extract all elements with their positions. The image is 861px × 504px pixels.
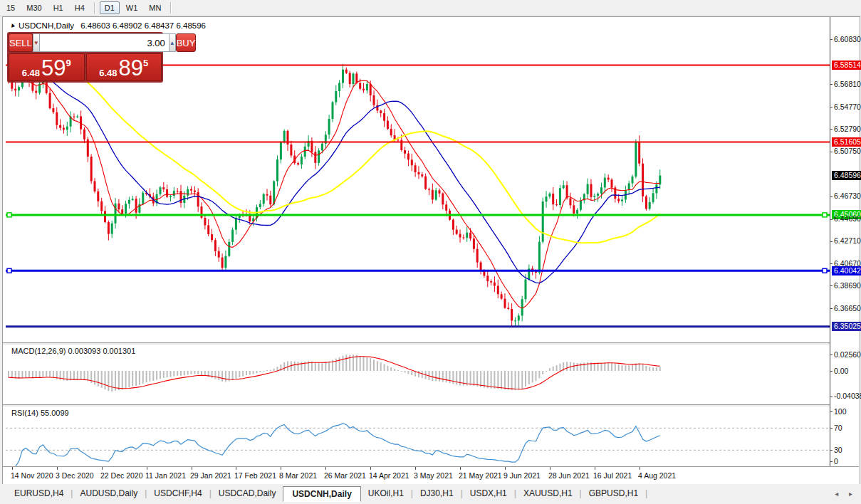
axis-tick-mark (830, 450, 833, 451)
date-tick-mark (281, 467, 281, 470)
volume-increase-button[interactable]: ▲ (169, 33, 176, 52)
date-label: 26 Mar 2021 (324, 471, 366, 480)
arrow-up-icon: ▲ (169, 40, 175, 46)
sell-price-display[interactable]: 6.48 59 9 (9, 53, 85, 81)
chart-tab-xauusd[interactable]: XAUUSD,H1 (516, 486, 580, 500)
axis-tick-mark (830, 411, 833, 412)
date-tick-mark (550, 467, 550, 470)
macd-tick-label: 0.00 (834, 367, 848, 376)
rsi-tick-label: 30 (834, 446, 842, 455)
chart-title: USDCNH,Daily 6.48603 6.48902 6.48437 6.4… (19, 21, 206, 30)
chart-ohlc-values: 6.48603 6.48902 6.48437 6.48596 (80, 21, 206, 30)
date-label: 8 Mar 2021 (279, 471, 317, 480)
toolbar-separator (94, 2, 95, 14)
axis-tick-mark (830, 196, 833, 197)
arrow-down-icon: ▼ (33, 40, 39, 46)
timeframe-button-m30[interactable]: M30 (21, 1, 46, 14)
date-tick-mark (102, 467, 103, 470)
axis-tick-mark (830, 241, 833, 242)
timeframe-button-h4[interactable]: H4 (70, 1, 90, 14)
axis-tick-mark (830, 428, 833, 429)
macd-tick-label: 0.025609 (834, 350, 861, 359)
chart-tab-dj30[interactable]: DJ30,H1 (413, 486, 461, 500)
rsi-svg (6, 406, 830, 466)
chart-tab-bar: EURUSD,H4|AUDUSD,Daily|USDCHF,H4|USDCAD,… (0, 484, 861, 504)
date-tick-mark (192, 467, 192, 470)
tab-scroll-arrows[interactable]: ◂ ▸ (835, 490, 857, 498)
buy-price-sup: 5 (143, 58, 148, 68)
axis-tick-mark (830, 263, 833, 264)
timeframe-button-w1[interactable]: W1 (121, 1, 143, 14)
date-label: 9 Jun 2021 (503, 471, 541, 480)
date-label: 29 Jan 2021 (190, 471, 231, 480)
date-label: 21 May 2021 (459, 471, 502, 480)
current-price-label: 6.48596 (832, 171, 861, 180)
price-axis[interactable]: 6.608306.585146.568106.547706.527906.516… (830, 17, 860, 466)
date-label: 28 Jun 2021 (548, 471, 590, 480)
date-tick-mark (415, 467, 416, 470)
timeframe-toolbar: 15M30H1H4D1W1MN (0, 0, 861, 16)
date-tick-mark (505, 467, 506, 470)
price-tick-label: 6.52790 (834, 125, 861, 134)
chart-tab-audusd[interactable]: AUDUSD,Daily (73, 486, 145, 500)
axis-tick-mark (830, 84, 833, 85)
date-tick-mark (57, 467, 58, 470)
buy-button[interactable]: BUY (176, 33, 197, 52)
price-tick-label: 6.40042 (832, 266, 861, 275)
axis-tick-mark (830, 355, 833, 355)
macd-svg (6, 344, 830, 404)
chart-window: ▲ USDCNH,Daily 6.48603 6.48902 6.48437 6… (2, 16, 860, 485)
horizontal-level-lines[interactable] (6, 65, 830, 327)
timeframe-button-15[interactable]: 15 (1, 1, 20, 14)
price-tick-label: 6.44690 (834, 214, 861, 224)
date-label: 4 Aug 2021 (638, 471, 676, 480)
axis-tick-mark (830, 285, 833, 286)
moving-average-21 (9, 59, 660, 283)
chart-tab-gbpusd[interactable]: GBPUSD,H1 (582, 486, 645, 500)
price-tick-label: 6.46730 (834, 191, 861, 201)
chart-tab-eurusd[interactable]: EURUSD,H4 (7, 486, 71, 500)
sell-button[interactable]: SELL (9, 33, 33, 52)
chart-tab-usdcnh[interactable]: USDCNH,Daily (283, 486, 360, 502)
volume-decrease-button[interactable]: ▼ (33, 33, 40, 52)
axis-tick-mark (830, 219, 833, 220)
date-label: 22 Dec 2020 (100, 471, 143, 480)
axis-tick-mark (830, 107, 833, 107)
date-label: 3 Dec 2020 (56, 471, 94, 480)
price-tick-label: 6.58514 (832, 61, 861, 70)
chart-tab-usdchf[interactable]: USDCHF,H4 (147, 486, 209, 500)
date-axis[interactable]: 14 Nov 20203 Dec 202022 Dec 202011 Jan 2… (3, 467, 859, 483)
rsi-tick-label: 70 (834, 424, 842, 433)
price-tick-label: 6.54770 (834, 103, 861, 112)
axis-tick-mark (830, 308, 833, 309)
price-tick-label: 6.50750 (834, 147, 861, 156)
date-tick-mark (325, 467, 326, 470)
axis-tick-mark (830, 461, 833, 462)
chart-tab-usdcad[interactable]: USDCAD,Daily (212, 486, 283, 500)
date-tick-mark (370, 467, 371, 470)
sell-price-prefix: 6.48 (22, 68, 40, 78)
date-label: 14 Nov 2020 (11, 471, 53, 480)
buy-price-prefix: 6.48 (99, 68, 117, 78)
candles (8, 64, 662, 327)
timeframe-button-mn[interactable]: MN (144, 1, 166, 14)
date-tick-mark (147, 467, 147, 470)
axis-tick-mark (830, 129, 833, 130)
rsi-indicator-panel[interactable]: RSI(14) 55.0099 (6, 406, 830, 466)
timeframe-button-h1[interactable]: H1 (48, 1, 68, 14)
price-tick-label: 6.42710 (834, 236, 861, 246)
buy-price-display[interactable]: 6.48 89 5 (86, 53, 162, 81)
volume-input[interactable] (40, 33, 169, 52)
axis-tick-mark (830, 39, 833, 40)
chart-tab-usdx[interactable]: USDX,H1 (463, 486, 514, 500)
macd-indicator-panel[interactable]: MACD(12,26,9) 0.003093 0.001301 (6, 344, 830, 404)
date-tick-mark (236, 467, 236, 470)
price-tick-label: 6.51605 (832, 137, 861, 147)
sell-price-big: 59 (41, 58, 66, 78)
chart-tab-ukoil[interactable]: UKOil,H1 (361, 486, 411, 500)
price-tick-label: 6.35025 (832, 322, 861, 331)
tabs-container: EURUSD,H4|AUDUSD,Daily|USDCHF,H4|USDCAD,… (7, 486, 647, 502)
date-label: 17 Feb 2021 (234, 471, 276, 480)
price-tick-label: 6.38690 (834, 281, 861, 290)
timeframe-button-d1[interactable]: D1 (100, 1, 120, 14)
